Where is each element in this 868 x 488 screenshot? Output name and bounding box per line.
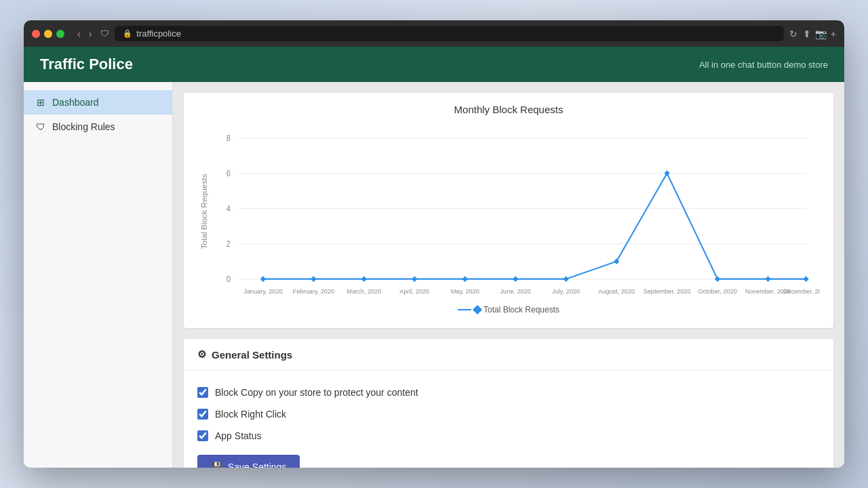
- address-bar[interactable]: 🔒 trafficpolice: [115, 26, 783, 41]
- setting-row-block-copy: Block Copy on your store to protect your…: [197, 382, 820, 403]
- svg-text:March, 2020: March, 2020: [347, 287, 381, 295]
- svg-marker-23: [260, 276, 266, 282]
- url-text: trafficpolice: [136, 28, 181, 39]
- app-status-checkbox[interactable]: [197, 430, 208, 441]
- settings-card: ⚙ General Settings Block Copy on your st…: [184, 339, 833, 468]
- svg-text:August, 2020: August, 2020: [598, 287, 635, 295]
- chart-title: Monthly Block Requests: [197, 104, 820, 115]
- line-chart: 8 6 4 2 0 Total Block Requests January, …: [197, 123, 820, 300]
- gear-icon: ⚙: [197, 348, 206, 361]
- svg-marker-27: [462, 276, 468, 282]
- block-right-click-checkbox[interactable]: [197, 409, 208, 420]
- svg-text:2: 2: [226, 240, 231, 248]
- browser-chrome: ‹ › 🛡 🔒 trafficpolice ↻ ⬆ 📷 +: [24, 20, 844, 47]
- share-icon[interactable]: ⬆: [803, 28, 811, 39]
- block-right-click-label: Block Right Click: [215, 409, 286, 420]
- traffic-lights: [32, 30, 64, 38]
- svg-marker-26: [412, 276, 417, 282]
- svg-marker-28: [513, 276, 518, 282]
- chart-card: Monthly Block Requests 8 6 4: [184, 93, 833, 328]
- legend-diamond-icon: [473, 305, 482, 314]
- lock-icon: 🔒: [123, 29, 132, 38]
- svg-marker-24: [311, 276, 316, 282]
- sidebar-item-blocking-rules-label: Blocking Rules: [52, 121, 115, 132]
- browser-shield-icon: 🛡: [100, 28, 109, 39]
- fullscreen-button[interactable]: [56, 30, 64, 38]
- svg-marker-32: [715, 276, 720, 282]
- camera-icon[interactable]: 📷: [815, 28, 827, 39]
- dashboard-icon: ⊞: [35, 97, 47, 108]
- new-tab-button[interactable]: +: [831, 28, 836, 39]
- sidebar-item-dashboard[interactable]: ⊞ Dashboard: [24, 90, 172, 115]
- address-bar-area: 🛡 🔒 trafficpolice ↻: [100, 26, 797, 41]
- svg-marker-29: [564, 276, 569, 282]
- settings-body: Block Copy on your store to protect your…: [184, 371, 833, 468]
- reload-button[interactable]: ↻: [789, 28, 797, 39]
- svg-text:April, 2020: April, 2020: [399, 287, 429, 295]
- app-body: ⊞ Dashboard 🛡 Blocking Rules Monthly Blo…: [24, 82, 844, 468]
- minimize-button[interactable]: [44, 30, 52, 38]
- app-status-label: App Status: [215, 430, 262, 441]
- legend-line: Total Block Requests: [458, 305, 559, 314]
- svg-text:6: 6: [226, 169, 231, 178]
- setting-row-app-status: App Status: [197, 425, 820, 447]
- block-copy-checkbox[interactable]: [197, 387, 208, 398]
- svg-text:February, 2020: February, 2020: [293, 287, 334, 295]
- svg-text:July, 2020: July, 2020: [552, 287, 580, 295]
- app-subtitle: All in one chat button demo store: [699, 60, 828, 70]
- shield-icon: 🛡: [35, 121, 47, 132]
- svg-text:June, 2020: June, 2020: [500, 287, 531, 295]
- close-button[interactable]: [32, 30, 40, 38]
- sidebar: ⊞ Dashboard 🛡 Blocking Rules: [24, 82, 173, 468]
- legend-line-color: [458, 309, 471, 310]
- svg-text:Total Block Requests: Total Block Requests: [201, 174, 209, 249]
- setting-row-block-right-click: Block Right Click: [197, 403, 820, 425]
- sidebar-item-dashboard-label: Dashboard: [52, 97, 99, 108]
- forward-button[interactable]: ›: [85, 27, 96, 41]
- svg-text:4: 4: [226, 205, 231, 213]
- chart-legend: Total Block Requests: [197, 305, 820, 314]
- nav-buttons: ‹ ›: [74, 27, 95, 41]
- svg-text:May, 2020: May, 2020: [451, 287, 479, 295]
- app-content: Traffic Police All in one chat button de…: [24, 47, 844, 468]
- main-content: Monthly Block Requests 8 6 4: [173, 82, 844, 468]
- browser-window: ‹ › 🛡 🔒 trafficpolice ↻ ⬆ 📷 + Traffic Po…: [24, 20, 844, 468]
- svg-text:December, 2020: December, 2020: [783, 287, 820, 295]
- svg-marker-33: [765, 276, 770, 282]
- save-settings-button[interactable]: 💾 Save Settings: [197, 455, 300, 468]
- svg-text:8: 8: [226, 134, 231, 142]
- svg-text:0: 0: [226, 275, 231, 283]
- chart-container: 8 6 4 2 0 Total Block Requests January, …: [197, 123, 820, 300]
- save-icon: 💾: [211, 462, 222, 468]
- svg-text:September, 2020: September, 2020: [644, 287, 691, 295]
- app-header: Traffic Police All in one chat button de…: [24, 47, 844, 82]
- svg-marker-25: [361, 276, 367, 282]
- svg-marker-34: [804, 276, 809, 282]
- sidebar-item-blocking-rules[interactable]: 🛡 Blocking Rules: [24, 115, 172, 139]
- legend-label: Total Block Requests: [484, 305, 559, 314]
- svg-text:October, 2020: October, 2020: [698, 287, 737, 295]
- settings-title: General Settings: [212, 349, 292, 361]
- svg-text:January, 2020: January, 2020: [243, 287, 282, 295]
- app-title: Traffic Police: [40, 56, 133, 73]
- browser-actions: ⬆ 📷 +: [803, 28, 836, 39]
- settings-header: ⚙ General Settings: [184, 339, 833, 371]
- block-copy-label: Block Copy on your store to protect your…: [215, 387, 418, 398]
- save-button-label: Save Settings: [228, 462, 286, 468]
- back-button[interactable]: ‹: [74, 27, 84, 41]
